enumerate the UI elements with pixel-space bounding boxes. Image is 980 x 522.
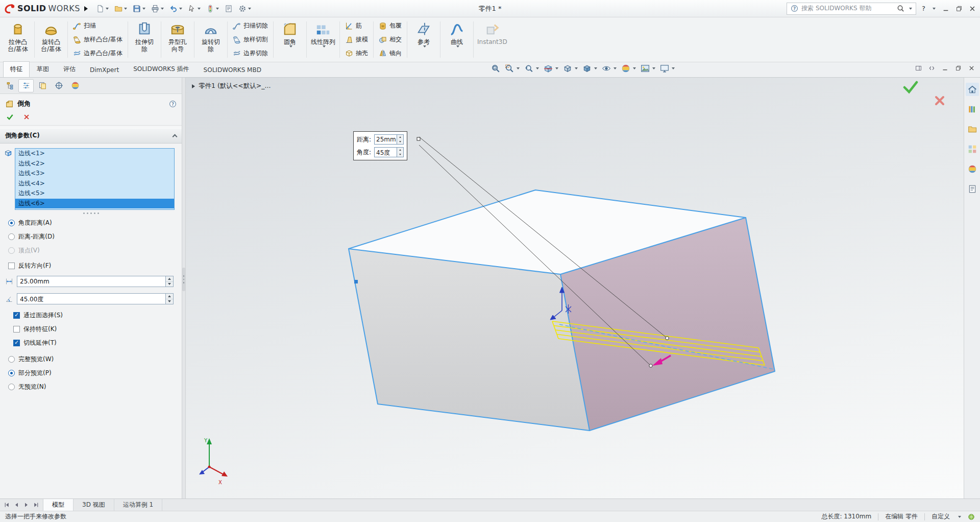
wrap-button[interactable]: 包覆 bbox=[375, 19, 405, 33]
edge-selection-listbox[interactable]: 边线<1>边线<2>边线<3>边线<4>边线<5>边线<6> bbox=[15, 148, 175, 210]
edge-list-item[interactable]: 边线<5> bbox=[15, 188, 174, 199]
search-icon[interactable] bbox=[897, 5, 904, 12]
open-document-button[interactable] bbox=[112, 3, 129, 14]
angle-spinner[interactable] bbox=[165, 294, 173, 304]
close-document-button[interactable] bbox=[968, 65, 975, 72]
leader-attach-point[interactable] bbox=[649, 364, 652, 367]
pm-section-header[interactable]: 倒角参数(C) bbox=[0, 128, 182, 144]
viewport-3d-scene[interactable]: Y X bbox=[186, 78, 964, 499]
nav-next-button[interactable] bbox=[22, 502, 31, 508]
nav-first-button[interactable] bbox=[3, 502, 11, 508]
edge-list-item[interactable]: 边线<6> bbox=[15, 199, 174, 209]
boundary-cut-button[interactable]: 边界切除 bbox=[229, 46, 272, 60]
new-document-button[interactable] bbox=[94, 3, 111, 14]
units-caret-icon[interactable] bbox=[958, 516, 961, 518]
curves-button[interactable]: 曲线 bbox=[442, 18, 472, 61]
callout-anchor-handle[interactable] bbox=[417, 137, 420, 140]
callout-spinner[interactable] bbox=[397, 135, 403, 144]
bottom-tab-2[interactable]: 运动算例 1 bbox=[114, 499, 162, 511]
close-window-button[interactable] bbox=[969, 5, 976, 12]
print-document-button[interactable] bbox=[149, 3, 166, 14]
file-explorer-tab[interactable] bbox=[966, 123, 979, 136]
command-tab-1[interactable]: 草图 bbox=[30, 61, 56, 77]
edge-list-item[interactable]: 边线<3> bbox=[15, 169, 174, 179]
mirror-button[interactable]: 镜向 bbox=[375, 46, 405, 60]
restore-window-button[interactable] bbox=[955, 5, 963, 12]
reference-geometry-button[interactable]: 参考 bbox=[409, 18, 438, 61]
zoom-to-fit-button[interactable] bbox=[491, 64, 500, 73]
callout-field[interactable]: 25mm bbox=[374, 134, 404, 145]
home-tab[interactable] bbox=[966, 83, 979, 96]
appearances-tab[interactable] bbox=[966, 162, 979, 176]
flip-direction-checkbox[interactable]: 反转方向(F) bbox=[0, 259, 182, 273]
extruded-boss-base-button[interactable]: 拉伸凸台/基体 bbox=[3, 18, 33, 61]
preview-option-0[interactable]: 完整预览(W) bbox=[0, 352, 182, 366]
spin-down-icon[interactable] bbox=[397, 139, 403, 144]
featuremanager-tree-tab[interactable] bbox=[2, 79, 17, 92]
edge-list-item[interactable]: 边线<4> bbox=[15, 179, 174, 189]
rib-button[interactable]: 筋 bbox=[341, 19, 372, 33]
extruded-cut-button[interactable]: 拉伸切除 bbox=[130, 18, 159, 61]
pm-help-icon[interactable]: ? bbox=[169, 100, 177, 108]
feature-tree-breadcrumb[interactable]: 零件1 (默认<<默认>_... bbox=[192, 82, 271, 90]
spin-up-icon[interactable] bbox=[397, 148, 403, 152]
preview-option-1[interactable]: 部分预览(P) bbox=[0, 366, 182, 380]
bottom-tab-1[interactable]: 3D 视图 bbox=[74, 499, 114, 511]
bottom-tab-0[interactable]: 模型 bbox=[43, 499, 74, 511]
select-tool-button[interactable] bbox=[186, 3, 203, 14]
chamfer-option-0[interactable]: 通过面选择(S) bbox=[5, 309, 182, 322]
listbox-resize-grip[interactable] bbox=[0, 210, 182, 215]
angle-input[interactable]: 45.00度 bbox=[17, 293, 174, 304]
linear-pattern-button[interactable]: 线性阵列 bbox=[308, 18, 338, 61]
custom-properties-tab[interactable] bbox=[966, 182, 979, 196]
intersect-button[interactable]: 相交 bbox=[375, 33, 405, 46]
type-option-2[interactable]: 顶点(V) bbox=[0, 244, 182, 257]
lofted-cut-button[interactable]: 放样切割 bbox=[229, 33, 272, 46]
graphics-viewport[interactable]: 零件1 (默认<<默认>_... 距离:25mm角度:45度 bbox=[186, 78, 964, 499]
panel-splitter[interactable] bbox=[182, 78, 186, 499]
section-view-button[interactable] bbox=[544, 64, 558, 73]
distance-input[interactable]: 25.00mm bbox=[17, 276, 174, 287]
type-option-1[interactable]: 距离-距离(D) bbox=[0, 230, 182, 244]
spin-up-icon[interactable] bbox=[166, 276, 173, 282]
distance-spinner[interactable] bbox=[165, 276, 173, 287]
leader-attach-point[interactable] bbox=[666, 337, 669, 340]
preview-option-2[interactable]: 无预览(N) bbox=[0, 380, 182, 394]
minimize-window-button[interactable] bbox=[942, 5, 949, 12]
fillet-button[interactable]: 圆角 bbox=[275, 18, 305, 61]
dimxpertmanager-tab[interactable] bbox=[51, 79, 66, 92]
apply-scene-button[interactable] bbox=[641, 64, 655, 73]
expand-panes-button[interactable] bbox=[928, 65, 935, 72]
swept-cut-button[interactable]: 扫描切除 bbox=[229, 19, 272, 33]
spin-down-icon[interactable] bbox=[397, 152, 403, 157]
save-document-button[interactable] bbox=[131, 3, 148, 14]
spin-down-icon[interactable] bbox=[166, 299, 173, 304]
chamfer-option-2[interactable]: 切线延伸(T) bbox=[5, 336, 182, 350]
revolved-cut-button[interactable]: 旋转切除 bbox=[196, 18, 226, 61]
nav-last-button[interactable] bbox=[32, 502, 40, 508]
minimize-document-button[interactable] bbox=[942, 65, 948, 72]
boundary-boss-base-button[interactable]: 边界凸台/基体 bbox=[69, 46, 126, 60]
hide-show-items-button[interactable] bbox=[602, 64, 617, 73]
model-left-face[interactable] bbox=[349, 249, 590, 431]
spin-down-icon[interactable] bbox=[166, 282, 173, 287]
shell-button[interactable]: 抽壳 bbox=[341, 46, 372, 60]
propertymanager-tab[interactable] bbox=[18, 79, 34, 92]
spin-up-icon[interactable] bbox=[397, 135, 403, 139]
nav-prev-button[interactable] bbox=[12, 502, 21, 508]
edge-list-item[interactable]: 边线<1> bbox=[15, 149, 174, 159]
command-tab-5[interactable]: SOLIDWORKS MBD bbox=[197, 63, 268, 77]
callout-field[interactable]: 45度 bbox=[374, 147, 404, 157]
draft-button[interactable]: 拔模 bbox=[341, 33, 372, 46]
type-option-0[interactable]: 角度距离(A) bbox=[0, 216, 182, 230]
splitter-handle[interactable] bbox=[182, 268, 185, 291]
pane-toggle-button[interactable] bbox=[915, 65, 922, 72]
pm-ok-button[interactable] bbox=[6, 113, 14, 121]
revolved-boss-base-button[interactable]: 旋转凸台/基体 bbox=[36, 18, 66, 61]
restore-document-button[interactable] bbox=[955, 65, 962, 72]
help-button[interactable]: ? bbox=[921, 5, 926, 12]
chamfer-callout[interactable]: 距离:25mm角度:45度 bbox=[353, 131, 407, 160]
zoom-to-area-button[interactable] bbox=[505, 64, 520, 73]
rebuild-button[interactable] bbox=[204, 3, 221, 14]
view-orientation-button[interactable] bbox=[563, 64, 578, 73]
